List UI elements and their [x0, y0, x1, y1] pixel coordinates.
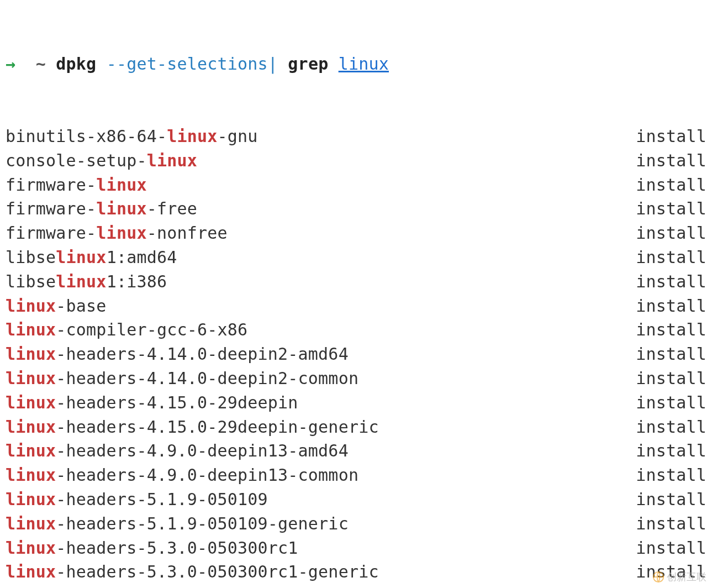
package-name: firmware-linux-free [6, 197, 197, 221]
package-status: install [636, 124, 706, 149]
output-row: console-setup-linuxinstall [6, 149, 706, 173]
package-status: install [636, 584, 706, 588]
package-status: install [636, 366, 706, 391]
package-status: install [636, 197, 706, 221]
command-line: → ~ dpkg --get-selections| grep linux [6, 52, 706, 76]
package-status: install [636, 536, 706, 560]
package-name: firmware-linux [6, 173, 147, 197]
package-name: linux-headers-5.1.9-050109-generic [6, 512, 349, 536]
package-name: linux-headers-4.14.0-deepin2-amd64 [6, 342, 349, 366]
package-status: install [636, 487, 706, 512]
package-status: install [636, 173, 706, 197]
output-row: linux-baseinstall [6, 294, 706, 318]
watermark: 创新互联 [652, 570, 706, 584]
output-row: linux-headers-5.1.9-050109-genericinstal… [6, 512, 706, 536]
pipe-symbol: | [268, 54, 278, 74]
package-status: install [636, 439, 706, 463]
output-row: firmware-linuxinstall [6, 173, 706, 197]
grep-match: linux [96, 223, 146, 243]
package-name: linux-headers-4.9.0-deepin13-amd64 [6, 439, 349, 463]
grep-match: linux [6, 514, 56, 533]
package-status: install [636, 463, 706, 487]
package-name: linux-headers-5.3.0-050300rc8 [6, 584, 298, 588]
package-status: install [636, 294, 706, 318]
output-row: libselinux1:amd64install [6, 245, 706, 270]
prompt-cwd: ~ [36, 54, 46, 74]
package-name: firmware-linux-nonfree [6, 221, 228, 245]
grep-match: linux [96, 175, 146, 195]
package-status: install [636, 342, 706, 366]
package-name: linux-headers-4.9.0-deepin13-common [6, 463, 358, 487]
package-name: linux-headers-4.14.0-deepin2-common [6, 366, 358, 391]
package-name: libselinux1:i386 [6, 270, 167, 294]
package-status: install [636, 270, 706, 294]
output-row: binutils-x86-64-linux-gnuinstall [6, 124, 706, 149]
grep-match: linux [6, 417, 56, 437]
cmd-option: --get-selections [107, 54, 268, 74]
package-status: install [636, 221, 706, 245]
package-list: binutils-x86-64-linux-gnuinstallconsole-… [6, 124, 706, 588]
package-name: binutils-x86-64-linux-gnu [6, 124, 258, 149]
package-status: install [636, 245, 706, 270]
grep-match: linux [6, 465, 56, 485]
grep-match: linux [56, 248, 106, 267]
package-name: linux-headers-4.15.0-29deepin-generic [6, 415, 379, 439]
grep-match: linux [6, 538, 56, 558]
output-row: libselinux1:i386install [6, 270, 706, 294]
package-name: linux-headers-4.15.0-29deepin [6, 391, 298, 415]
grep-match: linux [6, 562, 56, 581]
output-row: linux-headers-4.15.0-29deepininstall [6, 391, 706, 415]
grep-match: linux [6, 369, 56, 388]
grep-match: linux [6, 296, 56, 316]
package-name: linux-compiler-gcc-6-x86 [6, 318, 247, 342]
output-row: linux-headers-5.3.0-050300rc1-genericins… [6, 560, 706, 584]
output-row: linux-headers-4.9.0-deepin13-amd64instal… [6, 439, 706, 463]
watermark-text: 创新互联 [667, 570, 706, 584]
terminal-output: → ~ dpkg --get-selections| grep linux bi… [0, 0, 712, 588]
output-row: linux-headers-4.14.0-deepin2-amd64instal… [6, 342, 706, 366]
output-row: linux-headers-5.3.0-050300rc8install [6, 584, 706, 588]
grep-match: linux [6, 490, 56, 509]
grep-match: linux [56, 272, 106, 291]
grep-match: linux [167, 127, 217, 146]
package-status: install [636, 318, 706, 342]
package-name: libselinux1:amd64 [6, 245, 177, 270]
output-row: linux-headers-4.15.0-29deepin-genericins… [6, 415, 706, 439]
prompt-arrow-icon: → [6, 54, 15, 74]
package-status: install [636, 391, 706, 415]
cmd-dpkg: dpkg [56, 54, 96, 74]
cmd-grep: grep [288, 54, 328, 74]
grep-match: linux [6, 441, 56, 460]
package-name: linux-headers-5.1.9-050109 [6, 487, 268, 512]
package-status: install [636, 149, 706, 173]
package-name: console-setup-linux [6, 149, 197, 173]
output-row: firmware-linux-nonfreeinstall [6, 221, 706, 245]
package-status: install [636, 415, 706, 439]
grep-match: linux [96, 199, 146, 218]
grep-match: linux [6, 344, 56, 364]
grep-match: linux [6, 320, 56, 339]
output-row: linux-compiler-gcc-6-x86install [6, 318, 706, 342]
output-row: firmware-linux-freeinstall [6, 197, 706, 221]
package-name: linux-headers-5.3.0-050300rc1 [6, 536, 298, 560]
output-row: linux-headers-5.1.9-050109install [6, 487, 706, 512]
grep-match: linux [147, 151, 197, 170]
package-name: linux-headers-5.3.0-050300rc1-generic [6, 560, 379, 584]
package-name: linux-base [6, 294, 107, 318]
output-row: linux-headers-4.14.0-deepin2-commoninsta… [6, 366, 706, 391]
grep-argument: linux [339, 54, 389, 74]
grep-match: linux [6, 393, 56, 412]
output-row: linux-headers-4.9.0-deepin13-commoninsta… [6, 463, 706, 487]
package-status: install [636, 512, 706, 536]
output-row: linux-headers-5.3.0-050300rc1install [6, 536, 706, 560]
globe-icon [652, 571, 664, 583]
